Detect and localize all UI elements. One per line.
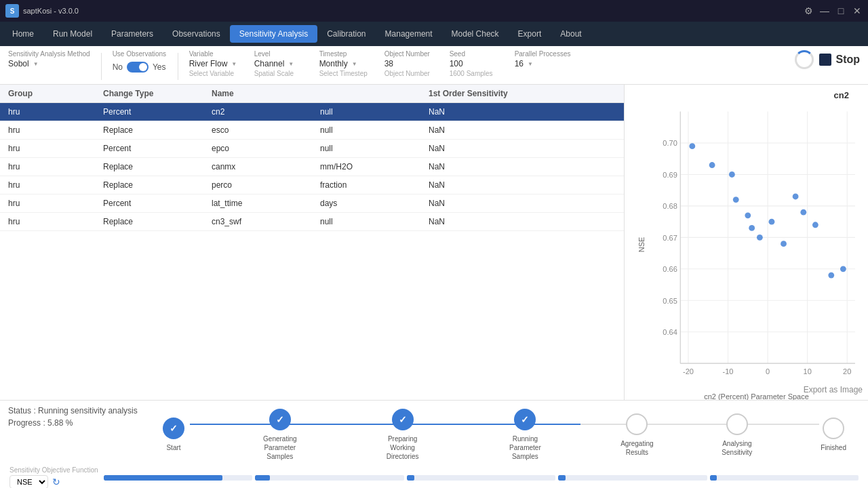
cell-sensitivity: NaN [429, 162, 616, 171]
svg-point-29 [733, 197, 739, 203]
progress-bar-fill-4 [710, 475, 717, 481]
nav-item-run-model[interactable]: Run Model [43, 25, 102, 43]
method-dropdown-arrow: ▼ [33, 61, 39, 67]
table-row[interactable]: hru Percent cn2 null NaN [0, 103, 624, 121]
table-row[interactable]: hru Replace esco null NaN [0, 121, 624, 140]
method-value[interactable]: Sobol ▼ [8, 59, 90, 68]
nav-item-calibration[interactable]: Calibration [317, 25, 375, 43]
svg-point-30 [745, 212, 751, 218]
parallel-value[interactable]: 16 ▼ [515, 59, 571, 68]
method-group: Sensitivity Analysis Method Sobol ▼ [8, 50, 90, 68]
toggle-group: No Yes [113, 62, 167, 73]
cell-change-type: Percent [103, 107, 212, 117]
objective-group: Sensitivity Objective Function NSE ↻ [9, 466, 98, 488]
col-sensitivity: 1st Order Sensitivity [429, 89, 616, 98]
variable-label: Variable [189, 50, 243, 58]
progress-bar-fill-3 [558, 475, 566, 481]
cell-group: hru [8, 180, 103, 190]
objective-select-row: NSE ↻ [9, 475, 98, 488]
col-change-type: Change Type [103, 89, 212, 98]
timestep-value[interactable]: Monthly ▼ [319, 59, 374, 68]
parallel-dropdown-arrow: ▼ [528, 61, 533, 67]
cell-unit: days [320, 199, 429, 208]
svg-text:0.64: 0.64 [663, 328, 677, 336]
cell-group: hru [8, 199, 103, 208]
pipeline-step-3: ✓Running Parameter Samples [498, 409, 552, 461]
objective-select[interactable]: NSE [9, 475, 48, 488]
col-unit [320, 89, 429, 98]
svg-text:0.69: 0.69 [663, 171, 677, 179]
export-image-button[interactable]: Export as Image [804, 385, 863, 394]
refresh-icon[interactable]: ↻ [52, 476, 60, 487]
cell-name: canmx [212, 162, 320, 171]
cell-change-type: Percent [103, 144, 212, 153]
nav-item-model-check[interactable]: Model Check [442, 25, 509, 43]
x-axis-label: cn2 (Percent) Parameter Space [704, 392, 809, 400]
pipeline: ✓Start✓Generating Parameter Samples✓Prep… [149, 409, 860, 461]
svg-text:-20: -20 [683, 367, 694, 375]
progress-bar-3 [558, 475, 707, 481]
cell-unit: null [320, 125, 429, 135]
close-button[interactable]: ✕ [852, 5, 863, 16]
pipeline-step-1: ✓Generating Parameter Samples [253, 409, 307, 461]
svg-point-35 [793, 194, 799, 200]
cell-name: lat_ttime [212, 199, 320, 208]
svg-point-38 [828, 272, 834, 279]
settings-icon[interactable]: ⚙ [803, 5, 814, 16]
table-row[interactable]: hru Percent epco null NaN [0, 140, 624, 158]
nav-item-parameters[interactable]: Parameters [102, 25, 163, 43]
status-bar: Status : Running sensitivity analysis Pr… [0, 400, 868, 488]
objective-label: Sensitivity Objective Function [9, 466, 98, 474]
pipeline-circle-0: ✓ [163, 418, 184, 439]
svg-text:0.70: 0.70 [663, 139, 677, 147]
svg-text:0.66: 0.66 [663, 265, 677, 273]
level-label: Level [254, 50, 309, 58]
nav-item-observations[interactable]: Observations [163, 25, 230, 43]
variable-value[interactable]: River Flow ▼ [189, 59, 243, 68]
timestep-group: Timestep Monthly ▼ Select Timestep [319, 50, 374, 77]
toggle-no-label: No [113, 62, 123, 72]
seed-value[interactable]: 100 [450, 59, 504, 68]
cell-group: hru [8, 162, 103, 171]
pipeline-label-5: Analysing Sensitivity [722, 439, 752, 457]
pipeline-circle-1: ✓ [269, 409, 291, 430]
pipeline-label-3: Running Parameter Samples [498, 434, 552, 461]
parallel-label: Parallel Processes [515, 50, 571, 58]
title-bar-controls: ⚙ — □ ✕ [803, 5, 863, 16]
maximize-button[interactable]: □ [835, 5, 846, 16]
minimize-button[interactable]: — [819, 5, 830, 16]
cell-group: hru [8, 217, 103, 226]
variable-group: Variable River Flow ▼ Select Variable [189, 50, 243, 77]
table-row[interactable]: hru Replace perco fraction NaN [0, 176, 624, 195]
seed-label: Seed [450, 50, 504, 58]
nav-item-about[interactable]: About [551, 25, 591, 43]
nav-item-export[interactable]: Export [509, 25, 551, 43]
use-obs-toggle[interactable] [127, 62, 149, 73]
cell-unit: mm/H2O [320, 162, 429, 171]
object-num-label: Object Number [384, 50, 439, 58]
cell-unit: fraction [320, 180, 429, 190]
main-content: Sensitivity Analysis Method Sobol ▼ Use … [0, 46, 868, 488]
variable-dropdown-arrow: ▼ [231, 61, 237, 67]
svg-text:0.67: 0.67 [663, 234, 677, 242]
table-row[interactable]: hru Replace cn3_swf null NaN [0, 213, 624, 231]
table-row[interactable]: hru Replace canmx mm/H2O NaN [0, 158, 624, 176]
table-row[interactable]: hru Percent lat_ttime days NaN [0, 195, 624, 213]
level-value[interactable]: Channel ▼ [254, 59, 309, 68]
svg-point-37 [812, 222, 818, 228]
parallel-group: Parallel Processes 16 ▼ [515, 50, 571, 68]
cell-unit: null [320, 107, 429, 117]
loading-spinner [795, 50, 814, 69]
object-num-value[interactable]: 38 [384, 59, 439, 68]
nav-item-management[interactable]: Management [376, 25, 442, 43]
cell-unit: null [320, 144, 429, 153]
cell-change-type: Replace [103, 217, 212, 226]
nav-item-sensitivity-analysis[interactable]: Sensitivity Analysis [230, 25, 317, 43]
controls-row: Sensitivity Analysis Method Sobol ▼ Use … [0, 46, 868, 85]
title-bar-left: S saptKosi - v3.0.0 [5, 4, 79, 18]
nav-item-home[interactable]: Home [3, 25, 43, 43]
progress-bar-2 [407, 475, 555, 481]
cell-sensitivity: NaN [429, 199, 616, 208]
progress-bar-0 [104, 475, 252, 481]
stop-button[interactable]: Stop [819, 54, 860, 66]
